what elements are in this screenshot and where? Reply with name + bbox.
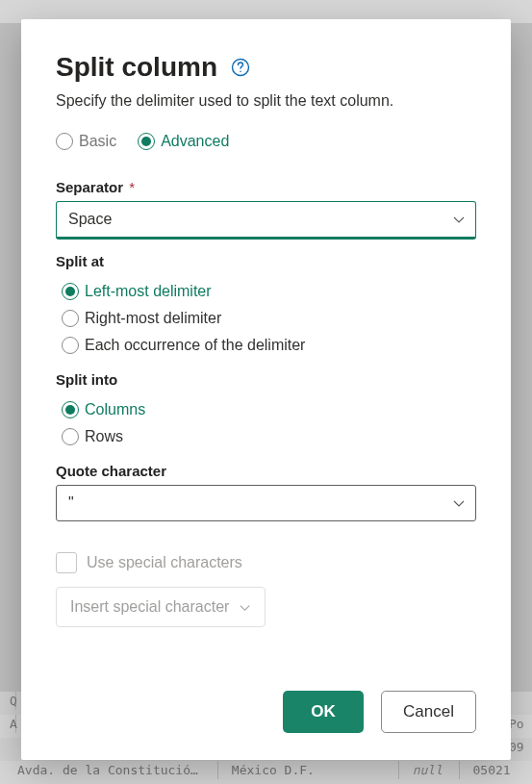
button-label: Insert special character [70, 598, 229, 616]
radio-circle-icon [138, 133, 155, 150]
chevron-down-icon [452, 496, 466, 510]
chevron-down-icon [239, 601, 251, 614]
quote-char-dropdown[interactable]: " [56, 485, 476, 521]
split-into-columns-radio[interactable]: Columns [62, 401, 476, 418]
button-label: OK [311, 702, 336, 721]
radio-label: Rows [85, 428, 123, 445]
split-at-left-radio[interactable]: Left-most delimiter [62, 283, 476, 300]
label-text: Separator [56, 179, 123, 195]
mode-basic-radio[interactable]: Basic [56, 133, 116, 150]
split-at-right-radio[interactable]: Right-most delimiter [62, 310, 476, 327]
radio-circle-icon [62, 337, 79, 354]
radio-circle-icon [62, 401, 79, 418]
dialog-footer: OK Cancel [56, 691, 476, 733]
radio-circle-icon [56, 133, 73, 150]
split-at-each-radio[interactable]: Each occurrence of the delimiter [62, 337, 476, 354]
radio-label: Each occurrence of the delimiter [85, 337, 305, 354]
separator-dropdown[interactable]: Space [56, 201, 476, 240]
mode-radio-group: Basic Advanced [56, 133, 476, 150]
split-into-label: Split into [56, 371, 476, 388]
help-icon[interactable] [231, 58, 250, 77]
mode-advanced-radio[interactable]: Advanced [138, 133, 229, 150]
radio-label: Basic [79, 133, 116, 150]
quote-char-label: Quote character [56, 463, 476, 479]
insert-special-char-button[interactable]: Insert special character [56, 587, 266, 627]
cancel-button[interactable]: Cancel [381, 691, 476, 733]
special-chars-checkbox-row: Use special characters [56, 552, 476, 573]
radio-circle-icon [62, 310, 79, 327]
special-chars-label: Use special characters [87, 554, 242, 571]
dropdown-value: " [68, 494, 74, 512]
separator-label: Separator * [56, 179, 476, 195]
split-into-group: Columns Rows [62, 401, 476, 445]
required-asterisk: * [129, 179, 135, 195]
split-at-group: Left-most delimiter Right-most delimiter… [62, 283, 476, 354]
chevron-down-icon [452, 213, 466, 226]
split-at-label: Split at [56, 253, 476, 269]
radio-label: Right-most delimiter [85, 310, 221, 327]
svg-point-1 [240, 71, 241, 73]
split-column-dialog: Split column Specify the delimiter used … [21, 19, 511, 760]
radio-label: Left-most delimiter [85, 283, 212, 300]
radio-circle-icon [62, 283, 79, 300]
button-label: Cancel [403, 702, 454, 721]
dialog-title: Split column [56, 52, 217, 83]
dialog-subtitle: Specify the delimiter used to split the … [56, 92, 476, 110]
dropdown-value: Space [68, 211, 112, 228]
radio-circle-icon [62, 428, 79, 445]
ok-button[interactable]: OK [283, 691, 364, 733]
special-chars-checkbox[interactable] [56, 552, 77, 573]
radio-label: Columns [85, 401, 145, 418]
split-into-rows-radio[interactable]: Rows [62, 428, 476, 445]
radio-label: Advanced [161, 133, 229, 150]
